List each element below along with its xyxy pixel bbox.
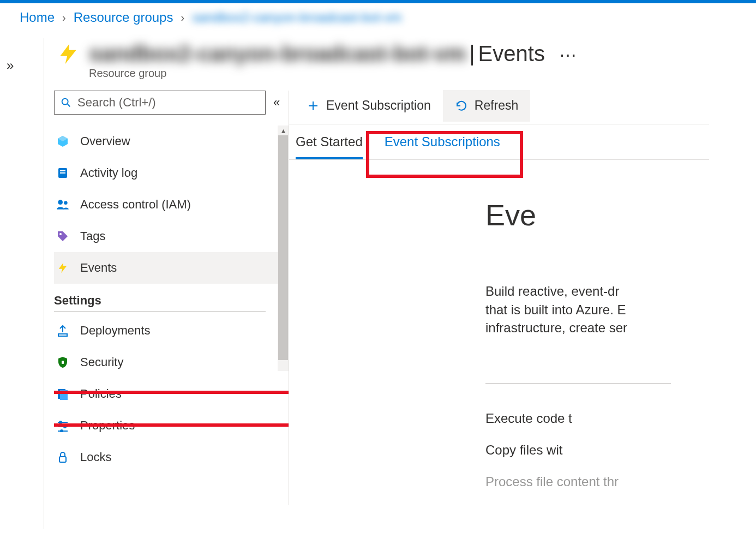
content-line: Copy files wit <box>485 443 709 458</box>
sidebar-item-overview[interactable]: Overview <box>54 125 289 157</box>
expand-nav-icon[interactable]: » <box>7 58 14 73</box>
resource-type-label: Resource group <box>89 67 709 80</box>
scroll-up-icon[interactable]: ▴ <box>279 127 287 134</box>
sidebar-item-label: Security <box>80 355 123 369</box>
sidebar: Search (Ctrl+/) « ▴ Overview Activity lo… <box>44 91 289 505</box>
svg-line-1 <box>68 104 70 107</box>
content-text: Build reactive, event-dr that is built i… <box>485 282 709 337</box>
lightning-icon <box>56 42 80 66</box>
people-icon <box>55 197 70 212</box>
sidebar-item-activity-log[interactable]: Activity log <box>54 157 289 189</box>
svg-point-6 <box>64 201 68 205</box>
content-heading: Eve <box>485 198 709 232</box>
refresh-button[interactable]: Refresh <box>443 90 531 122</box>
sidebar-nav: ▴ Overview Activity log Access control (… <box>54 125 289 497</box>
content-area: Eve Build reactive, event-dr that is bui… <box>289 160 709 489</box>
chevron-right-icon: › <box>181 11 184 24</box>
breadcrumb-current: sandbox2-canyon-broadcast-bot-vm <box>192 10 401 25</box>
toolbar: Event Subscription Refresh <box>289 87 709 124</box>
search-input[interactable]: Search (Ctrl+/) <box>54 91 266 115</box>
plus-icon <box>307 99 320 112</box>
content-line: Process file content thr <box>485 474 709 489</box>
sidebar-item-events[interactable]: Events <box>54 252 289 284</box>
shield-icon <box>55 355 70 370</box>
svg-point-0 <box>62 99 68 105</box>
sidebar-item-security[interactable]: Security <box>54 346 289 378</box>
breadcrumb-home[interactable]: Home <box>20 10 55 25</box>
annotation-highlight-event-subscription <box>366 131 523 178</box>
sidebar-item-tags[interactable]: Tags <box>54 220 289 252</box>
svg-rect-4 <box>60 172 65 174</box>
sidebar-item-label: Access control (IAM) <box>80 198 191 212</box>
toolbar-button-label: Event Subscription <box>326 98 431 113</box>
tag-icon <box>55 229 70 244</box>
lightning-icon <box>55 260 70 276</box>
page-header: sandbox2-canyon-broadcast-bot-vm | Event… <box>44 38 709 66</box>
sidebar-item-label: Locks <box>80 450 111 464</box>
chevron-right-icon: › <box>62 11 66 24</box>
svg-rect-17 <box>59 457 66 462</box>
resource-name: sandbox2-canyon-broadcast-bot-vm <box>89 41 466 66</box>
svg-rect-3 <box>60 170 65 171</box>
sidebar-item-label: Overview <box>80 134 130 148</box>
lock-icon <box>55 450 70 465</box>
upload-icon <box>55 323 70 338</box>
page-title: Events <box>478 41 545 66</box>
svg-point-5 <box>58 200 63 205</box>
divider <box>485 383 671 384</box>
svg-rect-8 <box>62 361 64 364</box>
search-icon <box>60 97 72 109</box>
search-placeholder: Search (Ctrl+/) <box>77 95 156 110</box>
sidebar-item-label: Events <box>80 261 117 275</box>
sidebar-section-settings: Settings <box>54 294 266 312</box>
log-icon <box>55 165 70 181</box>
toolbar-button-label: Refresh <box>475 98 519 113</box>
svg-point-16 <box>60 429 63 432</box>
event-subscription-button[interactable]: Event Subscription <box>295 90 443 122</box>
more-icon[interactable]: ⋯ <box>559 45 578 65</box>
main-pane: sandbox2-canyon-broadcast-bot-vm | Event… <box>44 38 709 529</box>
sidebar-item-locks[interactable]: Locks <box>54 441 289 473</box>
sidebar-item-label: Tags <box>80 229 105 243</box>
content-line: Execute code t <box>485 411 709 426</box>
sidebar-item-access-control[interactable]: Access control (IAM) <box>54 189 289 220</box>
sidebar-item-deployments[interactable]: Deployments <box>54 315 289 346</box>
breadcrumb: Home › Resource groups › sandbox2-canyon… <box>0 3 756 32</box>
svg-point-7 <box>59 233 62 235</box>
cube-icon <box>55 134 70 149</box>
title-separator: | <box>469 41 475 66</box>
breadcrumb-resource-groups[interactable]: Resource groups <box>74 10 173 25</box>
scrollbar-thumb[interactable] <box>278 135 288 360</box>
sidebar-item-label: Activity log <box>80 166 137 180</box>
tab-get-started[interactable]: Get Started <box>296 130 363 159</box>
collapse-nav-icon[interactable]: « <box>273 95 280 110</box>
refresh-icon <box>455 99 468 112</box>
sidebar-item-label: Deployments <box>80 324 150 338</box>
annotation-highlight-events <box>54 391 289 427</box>
